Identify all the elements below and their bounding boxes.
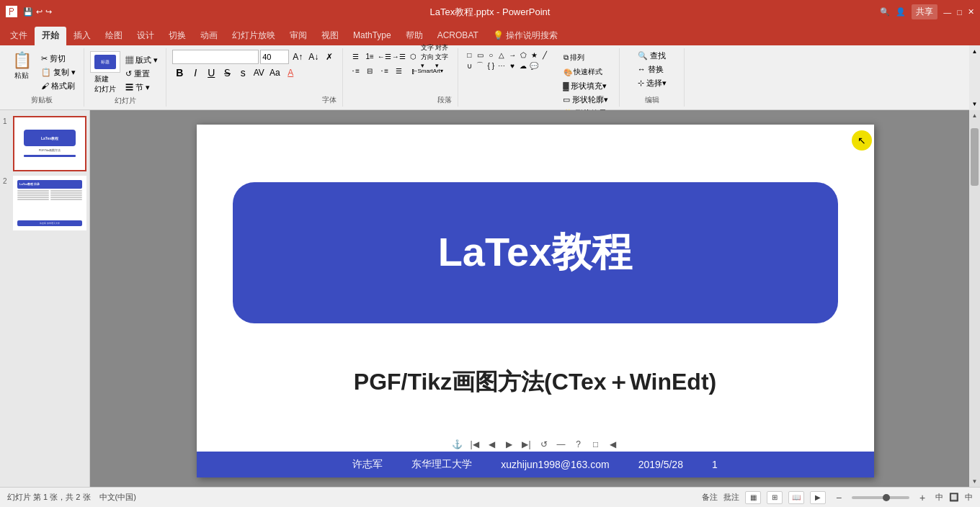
replace-button[interactable]: ↔ 替换 [636, 63, 666, 76]
slide-sorter-button[interactable]: ⊞ [767, 491, 783, 504]
shape-rounded-rect[interactable]: ▭ [475, 50, 485, 60]
scroll-up-arrow[interactable]: ▲ [969, 110, 980, 121]
format-painter-button[interactable]: 🖌 格式刷 [39, 80, 78, 92]
scroll-track[interactable] [969, 121, 980, 476]
convert-smartart-button[interactable]: ↔SmartArt▾ [421, 64, 434, 77]
font-size-input[interactable] [260, 50, 289, 64]
ctrl-help[interactable]: ? [571, 437, 586, 452]
ribbon-scroll-up[interactable]: ▲ [972, 48, 978, 55]
tab-slideshow[interactable]: 幻灯片放映 [225, 27, 282, 45]
char-spacing-button[interactable]: AV [251, 66, 266, 80]
shape-heart[interactable]: ♥ [507, 60, 517, 71]
increase-indent-button[interactable]: →☰ [392, 50, 405, 63]
align-left-button[interactable]: ⬝≡ [349, 64, 362, 77]
justify-button[interactable]: ☰ [392, 64, 405, 77]
comments-button[interactable]: 批注 [723, 492, 739, 503]
reset-button[interactable]: ↺ 重置 [123, 68, 160, 80]
tab-design[interactable]: 设计 [130, 27, 161, 45]
clear-format-button[interactable]: ✗ [322, 50, 337, 64]
shape-cloud[interactable]: ☁ [518, 60, 528, 71]
shape-bracket[interactable]: { } [486, 60, 496, 71]
new-slide-preview[interactable]: 标题 [90, 51, 120, 73]
tab-review[interactable]: 审阅 [282, 27, 314, 45]
align-right-button[interactable]: ⬝≡ [378, 64, 391, 77]
quick-styles-button[interactable]: 🎨 快速样式 [561, 66, 613, 78]
shape-curve[interactable]: ∪ [464, 60, 474, 71]
zoom-in-button[interactable]: + [915, 490, 930, 505]
copy-button[interactable]: 📋 复制 ▾ [39, 66, 78, 78]
user-icon[interactable]: 👤 [896, 7, 906, 17]
vertical-scrollbar[interactable]: ▲ ▼ [969, 110, 980, 487]
quick-access-save[interactable]: 💾 [23, 7, 33, 17]
canvas-area[interactable]: ↖ LaTex教程 PGF/Tikz画图方法(CTex＋WinEdt) ⚓ |◀… [90, 110, 980, 487]
normal-view-button[interactable]: ▦ [745, 491, 761, 504]
increase-font-button[interactable]: A↑ [290, 50, 305, 64]
scroll-thumb[interactable] [971, 128, 979, 186]
cut-button[interactable]: ✂ 剪切 [39, 53, 78, 65]
select-button[interactable]: ⊹ 选择▾ [636, 77, 669, 89]
fit-slide-button[interactable]: 🔲 [949, 493, 959, 502]
zoom-slider-thumb[interactable] [883, 494, 890, 501]
slide-thumbnail-2[interactable]: 2 LaTex教程 目录 [3, 176, 86, 231]
tab-view[interactable]: 视图 [314, 27, 346, 45]
tab-file[interactable]: 文件 [3, 27, 35, 45]
slide-image-1[interactable]: LaTex教程 PGF/Tikz画图方法 [13, 116, 86, 171]
ribbon-scrollbar[interactable]: ▲ ▼ [969, 45, 980, 110]
zoom-slider[interactable] [852, 496, 909, 499]
tab-draw[interactable]: 绘图 [98, 27, 130, 45]
ctrl-prev[interactable]: ◀ [485, 437, 499, 452]
ctrl-box[interactable]: □ [589, 437, 603, 452]
ribbon-scroll-down[interactable]: ▼ [972, 101, 978, 107]
slideshow-view-button[interactable]: ▶ [810, 491, 826, 504]
smartart-button[interactable]: ⬡ [406, 50, 419, 63]
ctrl-first[interactable]: |◀ [468, 437, 482, 452]
text-direction-button[interactable]: 文字方向▾ [421, 50, 434, 63]
shape-circle[interactable]: ○ [486, 50, 496, 60]
font-color-button[interactable]: A [283, 66, 298, 80]
slide-subtitle[interactable]: PGF/Tikz画图方法(CTex＋WinEdt) [354, 367, 716, 398]
bullets-button[interactable]: ☰ [349, 50, 362, 63]
quick-access-undo[interactable]: ↩ [36, 7, 43, 17]
tab-mathtype[interactable]: MathType [346, 27, 398, 45]
minimize-button[interactable]: — [943, 8, 951, 17]
text-align-button[interactable]: 对齐文字▾ [435, 50, 448, 63]
tab-animation[interactable]: 动画 [193, 27, 225, 45]
zoom-out-button[interactable]: − [832, 490, 846, 505]
ctrl-play[interactable]: ▶ [502, 437, 517, 452]
slide-image-2[interactable]: LaTex教程 目录 [13, 176, 86, 231]
tab-transition[interactable]: 切换 [161, 27, 193, 45]
shape-star[interactable]: ★ [529, 50, 539, 60]
tab-home[interactable]: 开始 [35, 27, 66, 45]
ctrl-loop[interactable]: ↺ [537, 437, 551, 452]
arrange-button[interactable]: ⧉ 排列 [561, 51, 613, 64]
close-button[interactable]: ✕ [968, 7, 974, 17]
find-button[interactable]: 🔍 查找 [636, 50, 668, 62]
ctrl-subtitle[interactable]: — [554, 437, 569, 452]
maximize-button[interactable]: □ [957, 8, 962, 17]
tab-insert[interactable]: 插入 [66, 27, 98, 45]
bold-button[interactable]: B [172, 66, 187, 80]
share-button[interactable]: 共享 [912, 4, 937, 19]
new-slide-button[interactable]: 新建幻灯片 [94, 74, 116, 94]
paste-button[interactable]: 📋 粘贴 [6, 50, 37, 94]
ctrl-next[interactable]: ▶| [520, 437, 534, 452]
shadow-button[interactable]: s [236, 66, 250, 80]
align-center-button[interactable]: ⊟ [363, 64, 376, 77]
slide-thumbnail-1[interactable]: 1 LaTex教程 PGF/Tikz画图方法 [3, 116, 86, 171]
reading-view-button[interactable]: 📖 [788, 491, 804, 504]
quick-access-redo[interactable]: ↪ [45, 7, 52, 17]
strikethrough-button[interactable]: S̶ [220, 66, 234, 80]
change-case-button[interactable]: Aa [267, 66, 282, 80]
font-name-input[interactable] [172, 50, 259, 64]
shape-rect[interactable]: □ [464, 50, 474, 60]
shape-triangle[interactable]: △ [496, 50, 507, 60]
shape-pentagon[interactable]: ⬠ [518, 50, 528, 60]
shape-line[interactable]: ╱ [540, 50, 550, 60]
ctrl-anchor[interactable]: ⚓ [450, 437, 465, 452]
layout-button[interactable]: ▦ 版式 ▾ [123, 54, 160, 66]
tab-search[interactable]: 💡操作说明搜索 [486, 27, 565, 45]
shape-freeform[interactable]: ⌒ [475, 60, 485, 71]
shape-fill-button[interactable]: ▓ 形状填充▾ [561, 80, 613, 92]
scroll-down-arrow[interactable]: ▼ [969, 476, 980, 487]
numbering-button[interactable]: 1≡ [363, 50, 376, 63]
